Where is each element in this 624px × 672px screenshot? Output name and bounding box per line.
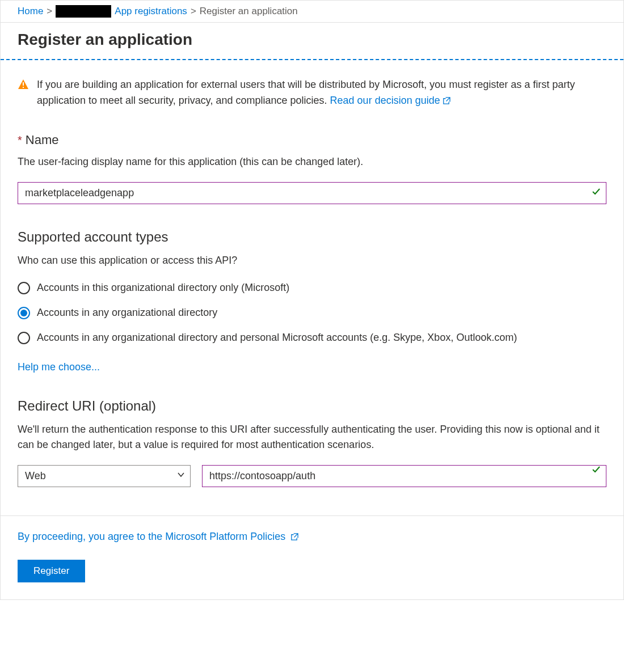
warning-icon [18,79,29,92]
radio-label: Accounts in any organizational directory… [37,332,517,344]
name-description: The user-facing display name for this ap… [18,154,606,170]
check-icon [592,187,601,198]
decision-guide-link[interactable]: Read our decision guide [330,95,451,106]
name-section: * Name The user-facing display name for … [18,133,606,204]
account-types-heading: Supported account types [18,229,606,245]
help-me-choose-link[interactable]: Help me choose... [18,361,100,373]
footer: By proceeding, you agree to the Microsof… [1,515,623,599]
radio-icon [18,332,30,344]
breadcrumb-home[interactable]: Home [18,6,43,17]
page-header: Register an application [1,23,623,60]
breadcrumb-redacted [56,5,111,18]
register-button[interactable]: Register [18,560,85,582]
radio-label: Accounts in this organizational director… [37,282,289,294]
check-icon [592,465,601,476]
breadcrumb: Home > App registrations > Register an a… [1,1,623,23]
external-link-icon [442,96,451,107]
account-types-description: Who can use this application or access t… [18,253,606,268]
redirect-uri-type-select[interactable]: Web [18,465,191,487]
redirect-uri-section: Redirect URI (optional) We'll return the… [18,398,606,487]
svg-rect-0 [23,82,24,86]
radio-label: Accounts in any organizational directory [37,307,217,319]
breadcrumb-current: Register an application [200,6,298,17]
redirect-uri-description: We'll return the authentication response… [18,422,606,453]
radio-icon [18,307,30,319]
page-title: Register an application [18,31,606,49]
platform-policies-link[interactable]: By proceeding, you agree to the Microsof… [18,531,299,542]
radio-option-multi-tenant-personal[interactable]: Accounts in any organizational directory… [18,332,606,344]
redirect-uri-heading: Redirect URI (optional) [18,398,606,414]
breadcrumb-separator: > [191,6,196,17]
name-label: * Name [18,133,606,147]
breadcrumb-app-registrations[interactable]: App registrations [115,6,187,17]
svg-rect-1 [23,87,24,88]
radio-option-multi-tenant[interactable]: Accounts in any organizational directory [18,307,606,319]
breadcrumb-separator: > [47,6,52,17]
name-input[interactable] [18,182,606,204]
radio-icon [18,282,30,294]
account-types-radio-group: Accounts in this organizational director… [18,282,606,344]
redirect-uri-input[interactable] [202,465,606,487]
radio-option-single-tenant[interactable]: Accounts in this organizational director… [18,282,606,294]
required-indicator: * [18,134,22,147]
warning-alert: If you are building an application for e… [18,77,606,110]
account-types-section: Supported account types Who can use this… [18,229,606,373]
alert-text: If you are building an application for e… [37,77,606,110]
external-link-icon [290,532,299,543]
